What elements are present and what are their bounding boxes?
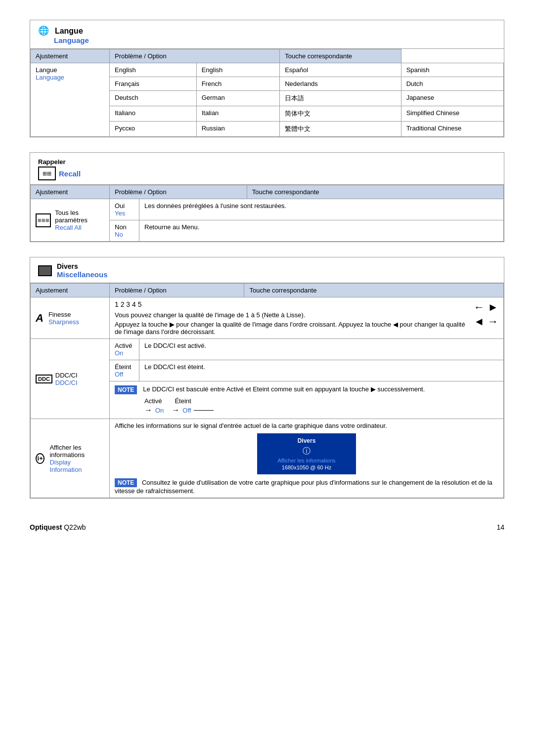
langue-label-en: Language [36,74,64,81]
langue-label-cell: Langue Language [31,63,110,137]
display-info-label-en: Display Information [49,459,104,473]
langue-th-ajustement: Ajustement [31,49,110,63]
mini-screen-icon-symbol: ⓘ [263,446,350,457]
lang-pair-0-en2: Spanish [401,63,503,77]
note-badge: NOTE [115,385,137,394]
sharpness-label-en: Sharpness [48,318,79,326]
recall-yes-fr: Oui [115,202,134,210]
recall-all-en: Recall All [55,224,104,231]
ddc-on-fr: Activé [115,342,134,349]
display-info-label-fr: Afficher les informations [49,444,104,459]
rappeler-title-en: Recall [59,169,81,178]
langue-th-touche: Touche correspondante [280,49,401,63]
lang-pair-4-en2: Traditional Chinese [401,122,503,137]
sharpness-content: 1 2 3 4 5 Vous pouvez changer la qualité… [110,297,504,339]
info-icon: i+ [36,453,44,464]
langue-title-en: Language [54,36,89,44]
rappeler-title-fr: Rappeler [38,158,66,166]
rappeler-section: Rappeler ⊞⊞ Recall Ajustement Problème /… [30,152,504,242]
rappeler-table: Ajustement Problème / Option Touche corr… [30,185,504,242]
flow-eteint-label: Éteint [175,397,191,405]
lang-pair-2-en2: Japanese [401,91,503,106]
lang-pair-2-en: German [196,91,280,106]
divers-title-fr: Divers [57,262,108,270]
mini-screen-title: Divers [263,437,350,444]
divers-header: Divers Miscellaneous [30,257,504,283]
lang-pair-1-fr2: Nederlands [280,77,401,91]
divers-icon [38,265,52,276]
langue-th-probleme: Problème / Option [110,49,280,63]
recall-yes-cell: Oui Yes [110,199,139,220]
langue-section: 🌐 Langue Language Ajustement Problème / … [30,20,504,137]
ddc-label-fr: DDC/CI [55,372,78,379]
rappeler-row-yes: ⊞⊞⊞ Tous les paramètres Recall All Oui Y… [31,199,504,220]
mini-screen-item: Afficher les informations [263,458,350,463]
lang-pair-2-fr: Deutsch [110,91,197,106]
ddc-off-en: Off [115,371,134,378]
ddc-label-en: DDC/CI [55,379,78,386]
lang-pair-1-en2: Dutch [401,77,503,91]
ddc-off-desc: Le DDC/CI est éteint. [139,360,504,381]
langue-row: Langue Language English English Español … [31,63,504,77]
recall-all-icon: ⊞⊞⊞ [36,213,51,227]
footer-brand: Optiquest [30,523,62,531]
lang-pair-2-fr2: 日本語 [280,91,401,106]
sharpness-label-cell: A Finesse Sharpness [31,297,110,339]
lang-pair-4-en: Russian [196,122,280,137]
display-info-note: Consultez le guide d'utilisation de votr… [115,479,492,495]
sharpness-arrows: ← ►◄ → [469,300,498,329]
display-info-desc: Affiche les informations sur le signal d… [115,422,498,429]
divers-th-ajustement: Ajustement [31,284,110,297]
divers-table: Ajustement Problème / Option Touche corr… [30,283,504,498]
mini-screen-value: 1680x1050 @ 60 Hz [263,464,350,470]
recall-all-fr: Tous les paramètres [55,209,104,224]
flow-on: On [155,407,164,414]
display-info-content: Affiche les informations sur le signal d… [110,419,504,498]
lang-pair-1-en: French [196,77,280,91]
lang-pair-3-en2: Simplified Chinese [401,106,503,122]
flow-activé-label: Activé [144,397,162,405]
recall-no-fr: Non [115,223,134,231]
langue-title-fr: Langue [55,27,83,35]
lang-pair-0-en: English [196,63,280,77]
ddc-on-row: DDC DDC/CI DDC/CI Activé On Le DDC/CI es… [31,339,504,360]
rappeler-header: Rappeler ⊞⊞ Recall [30,153,504,185]
ddc-label-cell: DDC DDC/CI DDC/CI [31,339,110,419]
display-note-badge: NOTE [115,478,137,487]
sharpness-desc1: Vous pouvez changer la qualité de l'imag… [115,311,469,319]
recall-no-desc: Retourne au Menu. [139,220,504,242]
lang-pair-4-fr2: 繁體中文 [280,122,401,137]
ddc-note-text: Le DDC/CI est basculé entre Activé et Et… [143,385,425,393]
rappeler-label-cell: ⊞⊞⊞ Tous les paramètres Recall All [31,199,110,242]
sharpness-row: A Finesse Sharpness 1 2 3 4 5 Vous pouve… [31,297,504,339]
flow-off: Off [182,407,191,414]
divers-section: Divers Miscellaneous Ajustement Problème… [30,257,504,499]
lang-pair-3-fr2: 简体中文 [280,106,401,122]
ddc-note-cell: NOTE Le DDC/CI est basculé entre Activé … [110,381,504,419]
divers-th-touche: Touche correspondante [244,284,504,297]
langue-header: 🌐 Langue Language [30,20,504,49]
lang-pair-0-fr2: Español [280,63,401,77]
lang-pair-3-fr: Italiano [110,106,197,122]
recall-yes-en: Yes [115,210,134,217]
langue-label-fr: Langue [36,66,57,74]
ddc-off-cell: Éteint Off [110,360,139,381]
ddc-icon: DDC [36,375,52,383]
mini-screen: Divers ⓘ Afficher les informations 1680x… [257,433,356,474]
langue-table: Ajustement Problème / Option Touche corr… [30,49,504,137]
footer-page: 14 [496,523,504,531]
page-content: 🌐 Langue Language Ajustement Problème / … [30,20,504,531]
langue-icon: 🌐 [38,25,49,36]
display-info-note-row: NOTE Consultez le guide d'utilisation de… [115,478,498,495]
rappeler-th-touche: Touche correspondante [247,185,503,199]
rappeler-th-probleme: Problème / Option [110,185,247,199]
recall-yes-desc: Les données préréglées à l'usine sont re… [139,199,504,220]
divers-th-probleme: Problème / Option [110,284,244,297]
lang-pair-0-fr: English [110,63,197,77]
ddc-on-desc: Le DDC/CI est activé. [139,339,504,360]
ddc-on-cell: Activé On [110,339,139,360]
lang-pair-4-fr: Русско [110,122,197,137]
lang-pair-3-en: Italian [196,106,280,122]
recall-no-cell: Non No [110,220,139,242]
ddc-off-fr: Éteint [115,363,134,371]
